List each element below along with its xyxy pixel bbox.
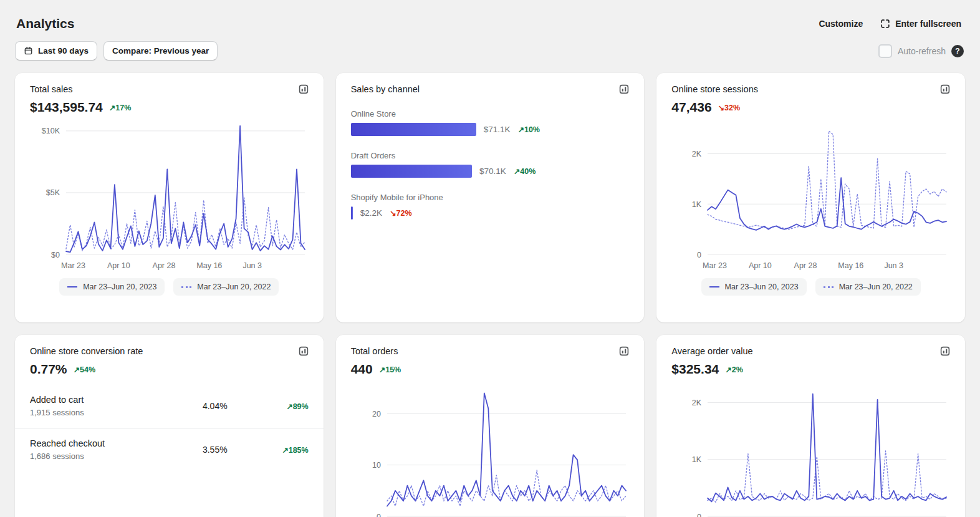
card-title: Total sales xyxy=(30,84,73,94)
card-title: Online store conversion rate xyxy=(30,346,143,356)
svg-text:1K: 1K xyxy=(692,455,702,464)
svg-text:20: 20 xyxy=(372,410,381,418)
metric-change: ↘32% xyxy=(718,103,741,112)
toolbar: Last 90 days Compare: Previous year Auto… xyxy=(0,31,980,60)
sessions-chart: 2K1K0Mar 23Apr 10Apr 28May 16Jun 3 xyxy=(671,117,950,273)
aov-chart: 2K1K0Mar 23Apr 10Apr 28May 16Jun 3 xyxy=(671,379,950,517)
metric-change: ↗17% xyxy=(109,103,132,112)
fullscreen-icon xyxy=(880,19,890,29)
svg-text:$5K: $5K xyxy=(46,188,60,197)
svg-text:$10K: $10K xyxy=(42,127,60,135)
customize-button[interactable]: Customize xyxy=(819,19,863,29)
chart-legend: Mar 23–Jun 20, 2023 Mar 23–Jun 20, 2022 xyxy=(30,278,309,296)
svg-text:Apr 28: Apr 28 xyxy=(794,261,817,270)
svg-text:Mar 23: Mar 23 xyxy=(61,261,85,270)
cards-grid: Total sales $143,595.74 ↗17% $10K$5K$0Ma… xyxy=(0,60,980,517)
legend-previous: Mar 23–Jun 20, 2022 xyxy=(173,278,279,296)
channel-bar xyxy=(351,206,353,220)
compare-button[interactable]: Compare: Previous year xyxy=(103,41,218,60)
svg-text:Apr 10: Apr 10 xyxy=(107,261,130,270)
date-range-button[interactable]: Last 90 days xyxy=(15,41,97,60)
channel-bar xyxy=(351,123,476,136)
conversion-row-added-to-cart: Added to cart 1,915 sessions 4.04% ↗89% xyxy=(30,384,309,428)
online-store-sessions-card: Online store sessions 47,436 ↘32% 2K1K0M… xyxy=(656,73,965,322)
metric-change: ↗2% xyxy=(725,365,743,374)
bar-chart-icon[interactable] xyxy=(940,346,950,356)
svg-text:Jun 3: Jun 3 xyxy=(885,261,904,270)
channel-bar xyxy=(351,165,472,178)
legend-current: Mar 23–Jun 20, 2023 xyxy=(701,278,807,296)
card-title: Total orders xyxy=(351,346,398,356)
channel-row-online-store: Online Store $71.1K ↗10% xyxy=(351,109,630,136)
auto-refresh-label: Auto-refresh xyxy=(898,46,946,56)
conversion-rate-card: Online store conversion rate 0.77% ↗54% … xyxy=(15,335,324,517)
date-range-label: Last 90 days xyxy=(38,46,89,56)
metric-value: 47,436 xyxy=(671,100,711,115)
solid-line-icon xyxy=(67,286,77,287)
metric-value: 440 xyxy=(351,362,373,377)
bar-chart-icon[interactable] xyxy=(619,346,629,356)
svg-text:1K: 1K xyxy=(692,200,702,209)
sales-by-channel-card: Sales by channel Online Store $71.1K ↗10… xyxy=(336,73,645,322)
bar-chart-icon[interactable] xyxy=(940,84,950,94)
svg-text:Mar 23: Mar 23 xyxy=(703,261,727,270)
metric-value: 0.77% xyxy=(30,362,67,377)
dotted-line-icon xyxy=(181,286,191,288)
legend-current: Mar 23–Jun 20, 2023 xyxy=(59,278,165,296)
dotted-line-icon xyxy=(824,286,833,288)
calendar-icon xyxy=(24,46,33,56)
metric-value: $143,595.74 xyxy=(30,100,103,115)
channel-row-shopify-mobile: Shopify Mobile for iPhone $2.2K ↘72% xyxy=(351,193,630,220)
page-header: Analytics Customize Enter fullscreen xyxy=(0,0,980,31)
auto-refresh-control: Auto-refresh ? xyxy=(878,44,964,58)
svg-text:Apr 10: Apr 10 xyxy=(749,261,772,270)
total-orders-card: Total orders 440 ↗15% 20100Mar 23Apr 10A… xyxy=(336,335,645,517)
bar-chart-icon[interactable] xyxy=(619,84,629,94)
bar-chart-icon[interactable] xyxy=(299,346,309,356)
svg-text:Apr 28: Apr 28 xyxy=(153,261,176,270)
orders-chart: 20100Mar 23Apr 10Apr 28May 16Jun 3 xyxy=(351,379,630,517)
page-title: Analytics xyxy=(16,16,74,31)
svg-text:May 16: May 16 xyxy=(838,261,864,270)
compare-label: Compare: Previous year xyxy=(112,46,209,56)
legend-previous: Mar 23–Jun 20, 2022 xyxy=(815,278,921,296)
total-sales-card: Total sales $143,595.74 ↗17% $10K$5K$0Ma… xyxy=(15,73,324,322)
card-title: Average order value xyxy=(671,346,752,356)
svg-text:Jun 3: Jun 3 xyxy=(243,261,262,270)
card-title: Sales by channel xyxy=(351,84,420,94)
svg-text:10: 10 xyxy=(372,461,381,470)
solid-line-icon xyxy=(709,286,719,287)
help-icon[interactable]: ? xyxy=(951,45,964,57)
svg-text:May 16: May 16 xyxy=(196,261,222,270)
auto-refresh-checkbox[interactable] xyxy=(878,44,892,58)
svg-text:0: 0 xyxy=(697,513,701,517)
metric-change: ↗15% xyxy=(379,365,401,374)
fullscreen-label: Enter fullscreen xyxy=(895,19,961,29)
svg-text:$0: $0 xyxy=(51,251,60,259)
header-actions: Customize Enter fullscreen xyxy=(819,19,961,29)
average-order-value-card: Average order value $325.34 ↗2% 2K1K0Mar… xyxy=(656,335,965,517)
bar-chart-icon[interactable] xyxy=(299,84,309,94)
svg-text:2K: 2K xyxy=(692,150,702,158)
svg-text:0: 0 xyxy=(377,513,381,517)
metric-change: ↗54% xyxy=(74,365,96,374)
enter-fullscreen-button[interactable]: Enter fullscreen xyxy=(880,19,961,29)
channel-row-draft-orders: Draft Orders $70.1K ↗40% xyxy=(351,151,630,178)
svg-text:0: 0 xyxy=(697,251,701,259)
metric-value: $325.34 xyxy=(671,362,719,377)
card-title: Online store sessions xyxy=(671,84,758,94)
svg-text:2K: 2K xyxy=(692,399,702,407)
total-sales-chart: $10K$5K$0Mar 23Apr 10Apr 28May 16Jun 3 xyxy=(30,117,309,273)
conversion-row-reached-checkout: Reached checkout 1,686 sessions 3.55% ↗1… xyxy=(30,428,309,471)
chart-legend: Mar 23–Jun 20, 2023 Mar 23–Jun 20, 2022 xyxy=(671,278,950,296)
